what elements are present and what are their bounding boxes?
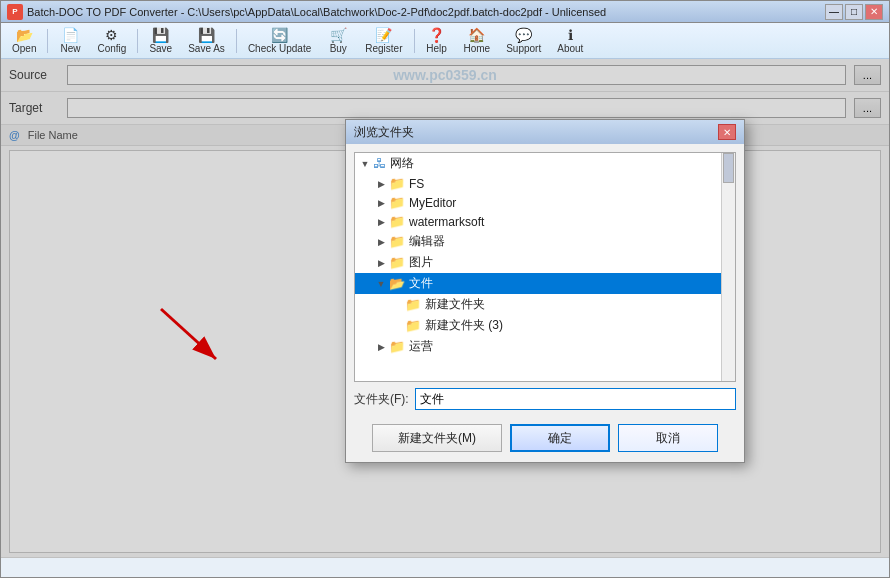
separator-1 [47, 29, 48, 53]
expand-icon-files: ▼ [375, 278, 387, 290]
expand-icon-yunying: ▶ [375, 341, 387, 353]
folder-icon-fs: 📁 [389, 176, 405, 191]
folder-icon-watermarksoft: 📁 [389, 214, 405, 229]
tree-item-fs[interactable]: ▶ 📁 FS [355, 174, 735, 193]
dialog-buttons: 新建文件夹(M) 确定 取消 [346, 418, 744, 462]
tree-item-yunying[interactable]: ▶ 📁 运营 [355, 336, 735, 357]
about-label: About [557, 43, 583, 54]
main-content: www.pc0359.cn Source ... Target ... @ Fi… [1, 59, 889, 557]
expand-icon-newfolder3 [391, 320, 403, 332]
folder-icon-newfolder3: 📁 [405, 318, 421, 333]
new-label: New [60, 43, 80, 54]
window-controls: — □ ✕ [825, 4, 883, 20]
save-as-label: Save As [188, 43, 225, 54]
open-icon: 📂 [16, 28, 33, 42]
minimize-button[interactable]: — [825, 4, 843, 20]
title-bar-left: P Batch-DOC TO PDF Converter - C:\Users\… [7, 4, 606, 20]
toolbar: 📂 Open 📄 New ⚙ Config 💾 Save 💾 Save As 🔄… [1, 23, 889, 59]
open-label: Open [12, 43, 36, 54]
tree-label-files: 文件 [409, 275, 433, 292]
tree-label-editor: 编辑器 [409, 233, 445, 250]
register-button[interactable]: 📝 Register [358, 25, 409, 57]
dialog-title: 浏览文件夹 [354, 124, 414, 141]
home-button[interactable]: 🏠 Home [457, 25, 498, 57]
separator-4 [414, 29, 415, 53]
tree-label-watermarksoft: watermarksoft [409, 215, 484, 229]
status-bar [1, 557, 889, 577]
expand-icon-newfolder1 [391, 299, 403, 311]
tree-label-network: 网络 [390, 155, 414, 172]
expand-icon-editor: ▶ [375, 236, 387, 248]
buy-button[interactable]: 🛒 Buy [320, 25, 356, 57]
home-label: Home [464, 43, 491, 54]
buy-label: Buy [330, 43, 347, 54]
folder-icon-yunying: 📁 [389, 339, 405, 354]
tree-item-network[interactable]: ▼ 🖧 网络 [355, 153, 735, 174]
save-button[interactable]: 💾 Save [142, 25, 179, 57]
red-arrow-indicator [156, 304, 246, 384]
tree-item-pictures[interactable]: ▶ 📁 图片 [355, 252, 735, 273]
buy-icon: 🛒 [330, 28, 347, 42]
dialog-body: ▼ 🖧 网络 ▶ 📁 FS ▶ 📁 [346, 144, 744, 418]
browse-folder-dialog: 浏览文件夹 ✕ ▼ 🖧 网络 ▶ [345, 119, 745, 463]
expand-icon-network: ▼ [359, 158, 371, 170]
help-button[interactable]: ❓ Help [419, 25, 455, 57]
tree-item-files[interactable]: ▼ 📂 文件 [355, 273, 735, 294]
folder-icon-newfolder1: 📁 [405, 297, 421, 312]
window-title: Batch-DOC TO PDF Converter - C:\Users\pc… [27, 6, 606, 18]
folder-icon-myeditor: 📁 [389, 195, 405, 210]
expand-icon-myeditor: ▶ [375, 197, 387, 209]
title-bar: P Batch-DOC TO PDF Converter - C:\Users\… [1, 1, 889, 23]
check-update-button[interactable]: 🔄 Check Update [241, 25, 318, 57]
new-button[interactable]: 📄 New [52, 25, 88, 57]
about-button[interactable]: ℹ About [550, 25, 590, 57]
dialog-title-bar: 浏览文件夹 ✕ [346, 120, 744, 144]
support-button[interactable]: 💬 Support [499, 25, 548, 57]
help-icon: ❓ [428, 28, 445, 42]
save-icon: 💾 [152, 28, 169, 42]
check-update-icon: 🔄 [271, 28, 288, 42]
register-icon: 📝 [375, 28, 392, 42]
folder-label: 文件夹(F): [354, 391, 409, 408]
home-icon: 🏠 [468, 28, 485, 42]
tree-item-myeditor[interactable]: ▶ 📁 MyEditor [355, 193, 735, 212]
folder-input[interactable] [415, 388, 736, 410]
dialog-close-button[interactable]: ✕ [718, 124, 736, 140]
tree-label-myeditor: MyEditor [409, 196, 456, 210]
folder-tree[interactable]: ▼ 🖧 网络 ▶ 📁 FS ▶ 📁 [354, 152, 736, 382]
save-label: Save [149, 43, 172, 54]
expand-icon-fs: ▶ [375, 178, 387, 190]
support-label: Support [506, 43, 541, 54]
tree-item-newfolder3[interactable]: 📁 新建文件夹 (3) [355, 315, 735, 336]
tree-scrollbar[interactable] [721, 153, 735, 381]
dialog-overlay: 浏览文件夹 ✕ ▼ 🖧 网络 ▶ [1, 59, 889, 557]
confirm-button[interactable]: 确定 [510, 424, 610, 452]
new-icon: 📄 [62, 28, 79, 42]
register-label: Register [365, 43, 402, 54]
new-folder-button[interactable]: 新建文件夹(M) [372, 424, 502, 452]
separator-3 [236, 29, 237, 53]
tree-label-fs: FS [409, 177, 424, 191]
tree-item-newfolder1[interactable]: 📁 新建文件夹 [355, 294, 735, 315]
tree-item-watermarksoft[interactable]: ▶ 📁 watermarksoft [355, 212, 735, 231]
maximize-button[interactable]: □ [845, 4, 863, 20]
open-button[interactable]: 📂 Open [5, 25, 43, 57]
tree-scrollbar-thumb[interactable] [723, 153, 734, 183]
tree-label-yunying: 运营 [409, 338, 433, 355]
cancel-button[interactable]: 取消 [618, 424, 718, 452]
about-icon: ℹ [568, 28, 573, 42]
tree-label-newfolder3: 新建文件夹 (3) [425, 317, 503, 334]
tree-item-editor[interactable]: ▶ 📁 编辑器 [355, 231, 735, 252]
close-button[interactable]: ✕ [865, 4, 883, 20]
config-label: Config [97, 43, 126, 54]
tree-label-pictures: 图片 [409, 254, 433, 271]
app-window: P Batch-DOC TO PDF Converter - C:\Users\… [0, 0, 890, 578]
save-as-icon: 💾 [198, 28, 215, 42]
config-icon: ⚙ [105, 28, 118, 42]
confirm-area: 确定 [510, 424, 610, 452]
help-label: Help [426, 43, 447, 54]
expand-icon-pictures: ▶ [375, 257, 387, 269]
separator-2 [137, 29, 138, 53]
save-as-button[interactable]: 💾 Save As [181, 25, 232, 57]
config-button[interactable]: ⚙ Config [90, 25, 133, 57]
